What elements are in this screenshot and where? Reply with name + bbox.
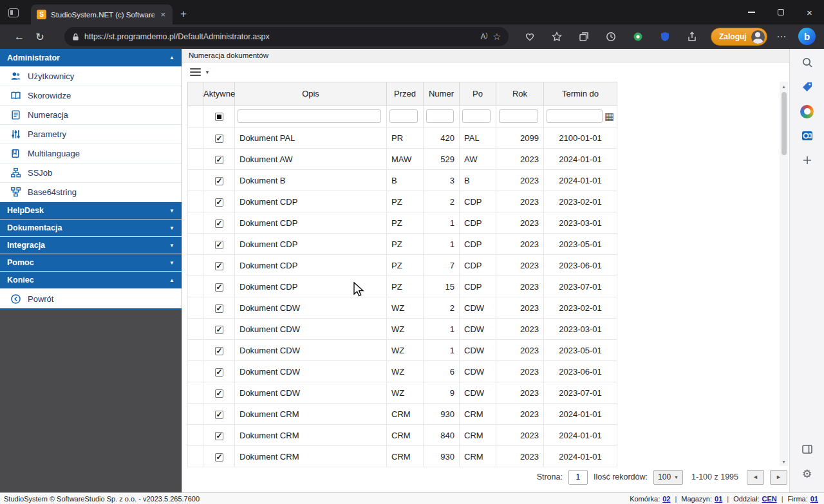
sidebar-item-parametry[interactable]: Parametry [0, 125, 182, 144]
table-row[interactable]: Dokument CDW WZ 1 CDW 2023 2023-03-01 [188, 319, 617, 340]
active-checkbox[interactable] [215, 432, 223, 440]
address-bar[interactable]: https://st.programdemo.pl/DefaultAdminis… [64, 27, 509, 46]
back-icon[interactable]: ← [9, 31, 30, 42]
search-icon[interactable] [799, 54, 816, 71]
url-text[interactable]: https://st.programdemo.pl/DefaultAdminis… [84, 32, 475, 41]
refresh-icon[interactable]: ↻ [30, 31, 50, 43]
active-checkbox[interactable] [215, 347, 223, 355]
extension-icon-green[interactable] [624, 31, 651, 42]
sidebar-section-dokumentacja[interactable]: Dokumentacja ▼ [0, 219, 182, 237]
col-header-przed[interactable]: Przed [387, 82, 424, 106]
tools-icon[interactable] [799, 103, 816, 120]
sidebar-section-helpdesk[interactable]: HelpDesk ▼ [0, 202, 182, 219]
sidebar-item-base64string[interactable]: Base64string [0, 183, 182, 202]
filter-po-input[interactable] [462, 109, 491, 123]
active-checkbox[interactable] [215, 411, 223, 419]
table-row[interactable]: Dokument PAL PR 420 PAL 2099 2100-01-01 [188, 127, 617, 149]
shopping-tag-icon[interactable] [799, 79, 816, 95]
active-checkbox[interactable] [215, 453, 223, 462]
col-header-aktywne[interactable]: Aktywne [203, 82, 235, 106]
collections-icon[interactable] [570, 31, 597, 42]
sidebar-section-koniec[interactable]: Koniec ▲ [0, 272, 182, 289]
filter-termin-input[interactable] [547, 109, 603, 123]
sidebar-item-numeracja[interactable]: Numeracja [0, 106, 182, 125]
col-header-rok[interactable]: Rok [496, 82, 544, 106]
sidebar-item-multilanguage[interactable]: Multilanguage [0, 144, 182, 163]
sidebar-item-skorowidze[interactable]: Skorowidze [0, 86, 182, 106]
sidebar-item-powrot[interactable]: Powrót [0, 289, 182, 310]
active-checkbox[interactable] [215, 177, 223, 185]
page-size-select[interactable]: 100 ▼ [653, 470, 683, 485]
table-row[interactable]: Dokument CRM CRM 840 CRM 2023 2024-01-01 [188, 425, 617, 446]
filter-przed-input[interactable] [389, 109, 418, 123]
table-scrollbar[interactable]: ▲ ▼ [780, 82, 788, 466]
col-header-termin[interactable]: Termin do [544, 82, 617, 106]
calendar-icon[interactable]: ▦ [604, 111, 614, 122]
active-checkbox[interactable] [215, 241, 223, 249]
outlook-icon[interactable] [799, 127, 816, 144]
table-row[interactable]: Dokument AW MAW 529 AW 2023 2024-01-01 [188, 149, 617, 170]
new-tab-button[interactable]: + [180, 8, 187, 19]
scroll-up-icon[interactable]: ▲ [782, 82, 786, 91]
chevron-down-icon[interactable]: ▼ [205, 70, 210, 75]
sidebar-item-uzytkownicy[interactable]: Użytkownicy [0, 67, 182, 86]
maximize-button[interactable] [766, 0, 795, 24]
tab-close-icon[interactable]: × [159, 10, 167, 19]
prev-page-button[interactable]: ◄ [747, 470, 764, 485]
active-checkbox[interactable] [215, 368, 223, 377]
read-aloud-icon[interactable]: A [480, 32, 487, 41]
sidebar-item-ssjob[interactable]: SSJob [0, 163, 182, 183]
sidebar-panel-icon[interactable] [799, 441, 816, 458]
gear-icon[interactable]: ⚙ [799, 465, 816, 482]
table-row[interactable]: Dokument CRM CRM 930 CRM 2023 2024-01-01 [188, 404, 617, 425]
table-row[interactable]: Dokument CDP PZ 2 CDP 2023 2023-02-01 [188, 191, 617, 212]
table-row[interactable]: Dokument CDP PZ 7 CDP 2023 2023-06-01 [188, 255, 617, 276]
bing-sidebar-icon[interactable]: b [798, 28, 816, 45]
sidebar-section-pomoc[interactable]: Pomoc ▼ [0, 254, 182, 272]
active-checkbox[interactable] [215, 304, 223, 313]
table-row[interactable]: Dokument CDW WZ 9 CDW 2023 2023-07-01 [188, 382, 617, 404]
table-row[interactable]: Dokument CDW WZ 2 CDW 2023 2023-02-01 [188, 297, 617, 319]
active-checkbox[interactable] [215, 198, 223, 207]
next-page-button[interactable]: ► [770, 470, 787, 485]
add-sidebar-item-icon[interactable] [799, 152, 816, 169]
page-number-input[interactable] [568, 470, 588, 485]
active-checkbox[interactable] [215, 283, 223, 292]
filter-opis-input[interactable] [238, 109, 381, 123]
favorite-star-icon[interactable]: ☆ [492, 32, 501, 42]
menu-icon[interactable] [190, 66, 201, 78]
col-header-numer[interactable]: Numer [424, 82, 460, 106]
active-checkbox[interactable] [215, 389, 223, 398]
history-icon[interactable] [597, 31, 624, 42]
active-checkbox[interactable] [215, 262, 223, 270]
table-row[interactable]: Dokument CRM CRM 930 CRM 2023 2024-01-01 [188, 446, 617, 467]
table-row[interactable]: Dokument B B 3 B 2023 2024-01-01 [188, 170, 617, 191]
col-header-po[interactable]: Po [460, 82, 496, 106]
settings-menu-icon[interactable]: ⋯ [774, 31, 789, 42]
active-checkbox[interactable] [215, 219, 223, 228]
favorites-icon[interactable] [543, 31, 570, 42]
table-row[interactable]: Dokument CDP PZ 15 CDP 2023 2023-07-01 [188, 276, 617, 297]
table-row[interactable]: Dokument CDP PZ 1 CDP 2023 2023-03-01 [188, 212, 617, 234]
minimize-button[interactable] [737, 0, 766, 24]
sidebar-section-administrator[interactable]: Administrator ▲ [0, 49, 182, 67]
select-all-checkbox[interactable] [215, 113, 223, 121]
sidebar-section-integracja[interactable]: Integracja ▼ [0, 237, 182, 254]
share-icon[interactable] [679, 31, 706, 42]
login-button[interactable]: Zaloguj [711, 28, 767, 46]
scroll-down-icon[interactable]: ▼ [782, 457, 786, 466]
table-row[interactable]: Dokument CDP PZ 1 CDP 2023 2023-05-01 [188, 234, 617, 255]
col-header-opis[interactable]: Opis [235, 82, 387, 106]
active-checkbox[interactable] [215, 156, 223, 164]
table-row[interactable]: Dokument CDW WZ 6 CDW 2023 2023-06-01 [188, 361, 617, 382]
active-checkbox[interactable] [215, 326, 223, 334]
browser-tab[interactable]: S StudioSystem.NET (c) SoftwareStudio × [31, 5, 173, 24]
close-button[interactable]: × [795, 0, 824, 24]
filter-numer-input[interactable] [426, 109, 454, 123]
active-checkbox[interactable] [215, 135, 223, 143]
tab-actions-icon[interactable] [8, 8, 19, 17]
browser-essentials-icon[interactable] [516, 31, 543, 42]
table-row[interactable]: Dokument CDW WZ 1 CDW 2023 2023-05-01 [188, 340, 617, 361]
scroll-thumb[interactable] [782, 92, 787, 155]
filter-rok-input[interactable] [499, 109, 538, 123]
